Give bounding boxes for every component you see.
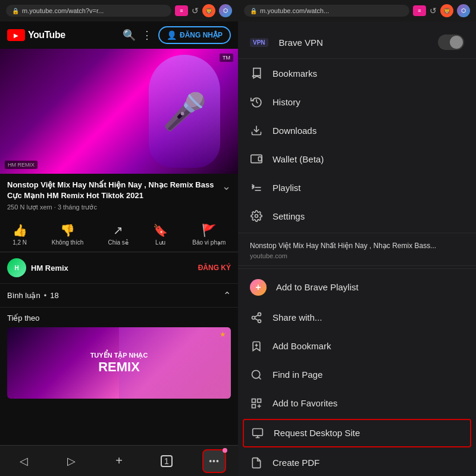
- right-panel: 🔒 m.youtube.com/watch... ≡ ↺ 🦁 ⬡ VPN Bra…: [238, 0, 476, 476]
- like-button[interactable]: 👍 1,2 N: [12, 223, 27, 246]
- share-with-label: Share with...: [273, 312, 322, 322]
- history-icon: [250, 95, 263, 108]
- next-thumb-title: TUYỂN TẬP NHẠC: [90, 352, 148, 359]
- share-icon: ↗: [113, 223, 123, 237]
- vpn-tag: VPN: [250, 38, 268, 47]
- menu-dots-icon: •••: [209, 456, 220, 466]
- video-meta: 250 N lượt xem · 3 tháng trước: [7, 203, 231, 211]
- vpn-toggle[interactable]: [438, 35, 464, 50]
- menu-item-history[interactable]: History: [238, 87, 476, 116]
- add-favorites-label: Add to Favorites: [273, 398, 337, 408]
- nav-new-tab-button[interactable]: +: [107, 449, 131, 473]
- vpn-label-text: Brave VPN: [279, 37, 323, 48]
- wallet-icon: [250, 152, 263, 165]
- menu-item-downloads[interactable]: Downloads: [238, 116, 476, 145]
- comments-label: Bình luận: [7, 291, 40, 300]
- comments-label-group: Bình luận • 18: [7, 291, 59, 300]
- menu-item-create-pdf[interactable]: Create PDF: [238, 449, 476, 476]
- login-button[interactable]: 👤 ĐĂNG NHẬP: [158, 26, 231, 44]
- page-title-menu: Nonstop Việt Mix Hay Nhất Hiện Nay , Nhạ…: [250, 242, 464, 251]
- vpn-label-group: VPN Brave VPN: [250, 37, 323, 48]
- add-bookmark-icon: [250, 340, 263, 353]
- rewards-icon[interactable]: ⬡: [219, 4, 232, 17]
- brave-icon-right[interactable]: 🦁: [440, 4, 453, 17]
- playlist-label: Playlist: [273, 183, 301, 193]
- report-label: Báo vi phạm: [192, 239, 226, 246]
- channel-avatar: H: [7, 258, 26, 277]
- subscribe-button[interactable]: ĐĂNG KÝ: [198, 264, 231, 272]
- nav-menu-button[interactable]: •••: [202, 449, 226, 473]
- url-text-left: m.youtube.com/watch?v=r...: [22, 7, 104, 14]
- yt-header-icons: 🔍 ⋮ 👤 ĐĂNG NHẬP: [123, 26, 231, 44]
- next-thumbnail[interactable]: TUYỂN TẬP NHẠC REMIX ★: [7, 327, 231, 399]
- menu-item-request-desktop[interactable]: Request Desktop Site: [243, 419, 471, 447]
- url-bar-right[interactable]: 🔒 m.youtube.com/watch...: [244, 5, 409, 17]
- add-brave-playlist-label: Add to Brave Playlist: [276, 282, 358, 292]
- svg-point-8: [258, 320, 261, 322]
- next-label: Tiếp theo: [7, 314, 231, 322]
- page-info-section: Nonstop Việt Mix Hay Nhất Hiện Nay , Nhạ…: [238, 236, 476, 266]
- find-in-page-label: Find in Page: [273, 369, 322, 380]
- svg-line-14: [259, 377, 261, 379]
- report-button[interactable]: 🚩 Báo vi phạm: [192, 223, 226, 246]
- more-icon[interactable]: ⋮: [142, 29, 152, 42]
- reload-icon-right[interactable]: ↺: [430, 6, 437, 15]
- search-icon[interactable]: 🔍: [123, 29, 136, 42]
- create-pdf-label: Create PDF: [273, 458, 320, 468]
- browser-bar-right: 🔒 m.youtube.com/watch... ≡ ↺ 🦁 ⬡: [238, 0, 476, 21]
- tabs-icon[interactable]: ≡: [175, 5, 188, 16]
- request-desktop-label: Request Desktop Site: [274, 428, 360, 438]
- save-button[interactable]: 🔖 Lưu: [153, 223, 168, 246]
- dislike-button[interactable]: 👎 Không thích: [52, 223, 83, 246]
- browser-icons-left: ≡ ↺ 🦁 ⬡: [175, 4, 232, 17]
- downloads-icon: [250, 124, 263, 137]
- svg-point-13: [252, 370, 260, 378]
- brave-playlist-icon: +: [250, 279, 267, 296]
- video-watermark: TM: [220, 54, 233, 62]
- new-tab-icon: +: [115, 454, 123, 468]
- tabs-count-icon: 1: [161, 455, 173, 467]
- video-title: Nonstop Việt Mix Hay Nhất Hiện Nay , Nhạ…: [7, 180, 217, 201]
- yt-logo: ▶ YouTube: [7, 29, 65, 41]
- svg-point-7: [252, 316, 255, 319]
- tabs-icon-right[interactable]: ≡: [413, 5, 426, 16]
- menu-item-settings[interactable]: Settings: [238, 202, 476, 230]
- rewards-icon-right[interactable]: ⬡: [457, 4, 470, 17]
- yt-logo-icon: ▶: [7, 29, 25, 41]
- like-icon: 👍: [12, 223, 27, 237]
- menu-item-add-brave-playlist[interactable]: + Add to Brave Playlist: [238, 271, 476, 303]
- svg-point-6: [258, 312, 261, 315]
- menu-item-playlist[interactable]: Playlist: [238, 173, 476, 202]
- comments-expand-icon[interactable]: ⌃: [223, 290, 231, 301]
- menu-item-add-favorites[interactable]: Add to Favorites: [238, 389, 476, 418]
- channel-name[interactable]: HM Remix: [31, 264, 68, 273]
- video-thumbnail[interactable]: 🎤 TM HM REMIX: [0, 49, 238, 174]
- channel-row: H HM Remix ĐĂNG KÝ: [0, 252, 238, 284]
- nav-tabs-button[interactable]: 1: [155, 449, 178, 473]
- url-bar-left[interactable]: 🔒 m.youtube.com/watch?v=r...: [6, 5, 171, 17]
- request-desktop-icon: [251, 427, 264, 440]
- browser-icons-right: ≡ ↺ 🦁 ⬡: [413, 4, 470, 17]
- menu-item-share-with[interactable]: Share with...: [238, 303, 476, 332]
- share-button[interactable]: ↗ Chia sẻ: [108, 223, 128, 246]
- thumb-star-icon: ★: [220, 330, 226, 339]
- reload-icon[interactable]: ↺: [192, 6, 199, 15]
- nav-back-button[interactable]: ◁: [12, 449, 36, 473]
- video-info: Nonstop Việt Mix Hay Nhất Hiện Nay , Nhạ…: [0, 174, 238, 217]
- svg-line-9: [255, 318, 258, 320]
- menu-item-bookmarks[interactable]: Bookmarks: [238, 59, 476, 87]
- bottom-nav: ◁ ▷ + 1 •••: [0, 445, 238, 476]
- next-thumb-text: TUYỂN TẬP NHẠC REMIX: [90, 352, 148, 375]
- menu-item-find-in-page[interactable]: Find in Page: [238, 361, 476, 389]
- expand-icon[interactable]: ⌄: [222, 180, 231, 193]
- channel-info: H HM Remix: [7, 258, 68, 277]
- video-title-row: Nonstop Việt Mix Hay Nhất Hiện Nay , Nhạ…: [7, 180, 231, 201]
- svg-line-10: [255, 315, 258, 317]
- menu-item-add-bookmark[interactable]: Add Bookmark: [238, 332, 476, 361]
- share-label: Chia sẻ: [108, 239, 128, 246]
- video-actions: 👍 1,2 N 👎 Không thích ↗ Chia sẻ 🔖 Lưu 🚩 …: [0, 217, 238, 252]
- brave-icon[interactable]: 🦁: [202, 4, 215, 17]
- page-url-menu: youtube.com: [250, 252, 464, 259]
- menu-item-wallet[interactable]: Wallet (Beta): [238, 145, 476, 173]
- nav-forward-button[interactable]: ▷: [60, 449, 83, 473]
